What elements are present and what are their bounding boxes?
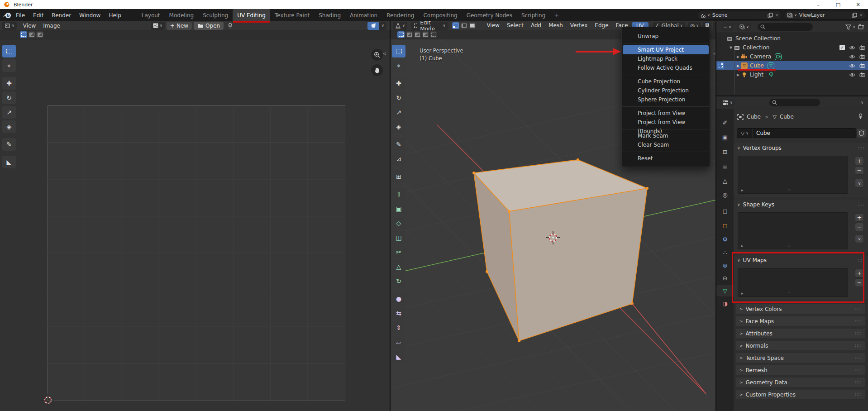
menu-help[interactable]: Help (105, 9, 125, 21)
outliner-row-camera[interactable]: ▶ Camera (716, 52, 868, 61)
tool-spin[interactable]: ↻ (392, 275, 405, 287)
menu-render[interactable]: Render (48, 9, 75, 21)
tool-scale[interactable]: ↗ (2, 106, 16, 119)
outliner-row-scene-collection[interactable]: Scene Collection (716, 34, 868, 43)
select-mode-subtract[interactable] (414, 31, 421, 38)
pin-icon[interactable] (227, 23, 233, 29)
tool-cursor[interactable]: ⌖ (2, 59, 16, 72)
uv-grid[interactable] (48, 105, 345, 401)
vertex-select-mode[interactable] (452, 22, 459, 29)
edge-select-mode[interactable] (460, 22, 467, 29)
display-mode-button[interactable]: ≡∨ (721, 23, 734, 31)
workspace-tab-uv-editing[interactable]: UV Editing (233, 9, 270, 21)
menu-item-sphere-projection[interactable]: Sphere Projection (623, 95, 709, 104)
outliner-row-light[interactable]: ▶ Light (716, 70, 868, 79)
panel-texture-space[interactable]: >Texture Space∷∷ (736, 353, 865, 363)
menu-window[interactable]: Window (75, 9, 105, 21)
tab-modifiers[interactable]: ⚙ (716, 233, 734, 245)
tool-rip-region[interactable]: ◣ (2, 156, 16, 168)
collection-checkbox[interactable]: ✓ (839, 45, 845, 50)
menu-select[interactable]: Select (503, 22, 527, 29)
workspace-tab-compositing[interactable]: Compositing (419, 9, 462, 21)
editor-type-button[interactable]: ∨ (2, 22, 17, 30)
expand-icon[interactable]: ▶ (735, 55, 741, 59)
menu-item-project-from-view[interactable]: Project from View (623, 109, 709, 118)
tool-move[interactable]: ✚ (2, 77, 16, 90)
select-mode-intersect[interactable] (430, 31, 437, 38)
fake-user-shield-button[interactable] (856, 128, 866, 138)
render-camera-icon[interactable] (859, 54, 865, 59)
sidebar-collapse-arrow[interactable]: < (382, 51, 386, 57)
unlink-icon[interactable]: ✕ (775, 13, 779, 18)
uv-menu-view[interactable]: View (19, 23, 39, 29)
workspace-tab-rendering[interactable]: Rendering (382, 9, 419, 21)
workspace-tab-shading[interactable]: Shading (314, 9, 345, 21)
tool-smooth[interactable]: ● (392, 292, 405, 305)
copy-icon[interactable] (852, 13, 857, 18)
add-vertex-group-button[interactable]: + (855, 157, 864, 165)
editor-type-button[interactable]: ∨ (720, 99, 735, 107)
tool-measure[interactable]: ⊿ (392, 153, 405, 165)
hide-eye-icon[interactable] (849, 46, 855, 50)
render-camera-icon[interactable] (859, 63, 865, 68)
select-mode-extend[interactable] (28, 31, 35, 38)
proportional-falloff-button[interactable] (367, 22, 379, 30)
menu-item-unwrap[interactable]: Unwrap (623, 32, 709, 41)
cube-mesh[interactable] (472, 158, 649, 342)
outliner-search[interactable] (758, 23, 813, 31)
tool-annotate[interactable]: ✎ (392, 138, 405, 151)
workspace-tab-sculpting[interactable]: Sculpting (198, 9, 233, 21)
workspace-tab-texture-paint[interactable]: Texture Paint (270, 9, 314, 21)
tool-move[interactable]: ✚ (392, 77, 405, 90)
workspace-tab-animation[interactable]: Animation (345, 9, 382, 21)
uv-menu-image[interactable]: Image (39, 23, 64, 29)
select-mode-set[interactable] (20, 31, 27, 38)
select-mode-subtract[interactable] (36, 31, 43, 38)
list-filter-toggle[interactable]: ▸ (741, 188, 744, 192)
tab-tool[interactable]: ✐ (716, 117, 734, 129)
breadcrumb-object[interactable]: Cube (747, 114, 761, 120)
tool-cursor[interactable]: ⌖ (392, 59, 405, 72)
add-workspace-button[interactable]: + (550, 9, 563, 21)
tool-poly-build[interactable]: △ (392, 260, 405, 273)
outliner-row-cube[interactable]: ▶ ▽ Cube ▽ (716, 61, 868, 70)
tab-collection[interactable]: ◻ (716, 205, 734, 217)
face-select-mode[interactable] (468, 22, 476, 29)
menu-item-project-from-view-bounds[interactable]: Project from View (Bounds) (623, 118, 709, 127)
menu-file[interactable]: File (12, 9, 29, 21)
filter-funnel-icon[interactable] (845, 24, 851, 30)
panel-grip[interactable]: ∷∷ (858, 202, 864, 207)
select-mode-invert[interactable] (422, 31, 429, 38)
menu-item-cylinder-projection[interactable]: Cylinder Projection (623, 86, 709, 95)
panel-geometry-data[interactable]: >Geometry Data∷∷ (736, 378, 865, 387)
tool-add-cube[interactable]: ⊞ (392, 170, 405, 183)
properties-search[interactable] (769, 99, 820, 106)
tab-output[interactable]: ⊟ (716, 146, 734, 158)
open-image-button[interactable]: Open (194, 22, 224, 30)
menu-item-reset[interactable]: Reset (623, 154, 709, 163)
mode-selector[interactable]: Edit Mode ∨ (411, 22, 449, 30)
list-filter-toggle[interactable]: ▸ (741, 244, 744, 248)
new-collection-icon[interactable] (858, 24, 864, 30)
tool-select-box[interactable] (2, 45, 16, 57)
browse-image-button[interactable]: ∨ (151, 22, 165, 30)
menu-item-smart-uv-project[interactable]: Smart UV Project (623, 45, 709, 54)
tab-constraints[interactable]: ⊖ (716, 272, 734, 284)
workspace-tab-geometry-nodes[interactable]: Geometry Nodes (462, 9, 517, 21)
tab-scene[interactable]: △ (716, 175, 734, 186)
panel-attributes[interactable]: >Attributes∷∷ (736, 329, 865, 338)
select-mode-set[interactable] (397, 31, 405, 38)
panel-custom-properties[interactable]: >Custom Properties∷∷ (736, 390, 865, 399)
tool-bevel[interactable]: ◇ (392, 217, 405, 229)
pan-gizmo[interactable] (371, 64, 383, 76)
close-button[interactable]: ✕ (848, 0, 868, 9)
tab-render[interactable]: ▣ (716, 131, 734, 143)
tool-knife[interactable]: ✂ (392, 246, 405, 258)
remove-icon[interactable]: ✕ (859, 13, 863, 18)
tab-view-layer[interactable]: ≣ (716, 160, 734, 172)
shape-key-specials-button[interactable]: ∨ (855, 234, 864, 243)
menu-item-cube-projection[interactable]: Cube Projection (623, 77, 709, 86)
hide-eye-icon[interactable] (849, 73, 855, 77)
menu-add[interactable]: Add (527, 22, 545, 29)
zoom-gizmo[interactable] (371, 49, 383, 61)
